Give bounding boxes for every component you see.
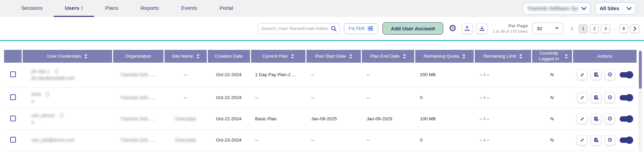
sort-arrows-icon[interactable]: [463, 54, 465, 59]
sort-arrows-icon[interactable]: [197, 54, 199, 59]
gear-icon: ⚙: [607, 72, 612, 78]
organization-cell: Trammle Soft.....: [113, 87, 164, 108]
sort-arrows-icon[interactable]: [349, 54, 352, 59]
user-enabled-toggle[interactable]: [620, 137, 632, 143]
tab-plans[interactable]: Plans: [94, 0, 129, 17]
page-button-2[interactable]: 2: [590, 24, 599, 33]
site-select[interactable]: All Sites: [595, 2, 636, 14]
organization-select-value: Trammle Software Systems: [527, 6, 578, 11]
search-icon[interactable]: [331, 26, 337, 32]
download-button[interactable]: [477, 23, 487, 34]
user-enabled-toggle[interactable]: [620, 116, 632, 122]
table-scrollbar[interactable]: [639, 51, 642, 151]
header-remaining-quota[interactable]: Remaining Quota: [415, 50, 474, 63]
users-alert-badge: !: [81, 5, 83, 11]
header-current-plan[interactable]: Current Plan: [250, 50, 306, 63]
remaining-quota-cell: 0: [415, 129, 474, 151]
actions-cell: ⚙: [572, 87, 637, 108]
header-site-name[interactable]: Site Name: [164, 50, 207, 63]
tab-reports[interactable]: Reports: [129, 0, 170, 17]
toggle-knob: [626, 136, 633, 144]
expand-user-button[interactable]: [577, 93, 587, 103]
next-page-button[interactable]: [630, 24, 639, 33]
user-settings-button[interactable]: ⚙: [605, 93, 615, 103]
tab-events[interactable]: Events: [170, 0, 208, 17]
user-plan-info-button[interactable]: [591, 114, 601, 124]
header-plan-end-date[interactable]: Plan End Date: [361, 50, 415, 63]
currently-logged-in-cell: N: [531, 108, 572, 129]
plan-end-date-cell: Jan-09-2025: [361, 108, 415, 129]
row-checkbox[interactable]: [10, 116, 16, 121]
header-plan-start-date[interactable]: Plan Start Date: [306, 50, 361, 63]
header-label: Current Plan: [262, 54, 288, 59]
settings-gear-icon[interactable]: ⚙: [448, 24, 457, 33]
user-enabled-toggle[interactable]: [620, 95, 632, 100]
expand-user-button[interactable]: [577, 70, 587, 80]
expand-user-button[interactable]: [577, 135, 587, 145]
user-credentials-cell: ram_jul3@termiu.com: [22, 129, 113, 151]
previous-page-button[interactable]: [568, 24, 576, 33]
organization-name: Trammle Soft: [120, 95, 148, 100]
currently-logged-in-cell: N: [531, 87, 572, 108]
toggle-knob: [626, 71, 633, 79]
current-plan-cell: 1 Day Pay Plan-2 ...: [250, 63, 306, 87]
sort-arrows-icon[interactable]: [565, 54, 568, 59]
page-button-6[interactable]: 6: [619, 24, 628, 33]
add-user-account-button[interactable]: Add User Account: [382, 22, 443, 35]
user-credentials-cell: jhn dae 1 jhn.dae@example.com: [22, 63, 113, 87]
plan-start-date-cell: Jan-09-2025: [306, 108, 361, 129]
user-plan-info-button[interactable]: [591, 70, 601, 80]
header-currently-logged-in[interactable]: Currently Logged In: [531, 50, 572, 63]
chevron-down-icon: [581, 7, 586, 10]
document-info-icon: [593, 95, 599, 100]
top-right-filters: Trammle Software Systems All Sites: [523, 0, 636, 17]
creation-date-cell: Oct-22-2024: [207, 87, 250, 108]
results-summary: Per Page 1 to 30 of 170 Users: [493, 23, 528, 34]
organization-select[interactable]: Trammle Software Systems: [523, 2, 591, 14]
table-row: ram_jul3@termiu.com Trammle Soft..... Ch…: [4, 129, 637, 151]
table-header-row: User Credentials Organization Site Name …: [4, 50, 637, 63]
row-checkbox[interactable]: [10, 137, 16, 143]
remaining-limit-cell: -- / --: [474, 87, 531, 108]
header-user-credentials[interactable]: User Credentials: [22, 50, 113, 63]
user-plan-info-button[interactable]: [591, 135, 601, 145]
upload-button[interactable]: [462, 23, 472, 34]
user-enabled-toggle[interactable]: [620, 72, 632, 78]
tab-sessions[interactable]: Sessions: [10, 0, 54, 17]
page-button-3[interactable]: 3: [601, 24, 610, 33]
scrollbar-thumb[interactable]: [639, 51, 642, 89]
row-checkbox[interactable]: [10, 94, 16, 100]
user-settings-button[interactable]: ⚙: [605, 114, 615, 124]
tab-users[interactable]: Users!: [54, 0, 94, 17]
table-row: kmal a Trammle Soft..... -- Oct-22-2024 …: [4, 87, 637, 108]
user-plan-info-button[interactable]: [591, 93, 601, 103]
remaining-limit-cell: -- / --: [474, 63, 531, 87]
tab-portal[interactable]: Portal: [208, 0, 245, 17]
row-checkbox[interactable]: [10, 71, 16, 77]
sort-arrows-icon[interactable]: [519, 54, 522, 59]
sort-arrows-icon[interactable]: [403, 54, 406, 59]
creation-date-cell: Oct-22-2024: [207, 63, 250, 87]
expand-icon: [579, 72, 585, 78]
currently-logged-in-cell: N: [531, 129, 572, 151]
filter-button[interactable]: FILTER: [344, 23, 378, 34]
user-name: ram_demo1: [31, 113, 55, 118]
search-input[interactable]: [258, 23, 340, 34]
sort-arrows-icon[interactable]: [291, 54, 294, 59]
header-label: Plan Start Date: [315, 54, 346, 59]
user-settings-button[interactable]: ⚙: [605, 70, 615, 80]
user-settings-button[interactable]: ⚙: [605, 135, 615, 145]
header-label: Organization: [125, 54, 151, 59]
site-name-cell: Chernalab: [164, 129, 207, 151]
header-remaining-limit[interactable]: Remaining Limit: [474, 50, 531, 63]
chevron-down-icon: [627, 7, 631, 10]
per-page-select[interactable]: 30: [532, 23, 563, 34]
header-label: Creation Date: [215, 54, 243, 59]
tab-reports-label: Reports: [141, 5, 159, 11]
page-button-1[interactable]: 1: [579, 24, 588, 33]
expand-icon: [579, 137, 585, 143]
users-table: User Credentials Organization Site Name …: [4, 50, 637, 151]
expand-user-button[interactable]: [577, 114, 587, 124]
gear-icon: ⚙: [607, 95, 612, 100]
sort-arrows-icon[interactable]: [84, 54, 87, 59]
